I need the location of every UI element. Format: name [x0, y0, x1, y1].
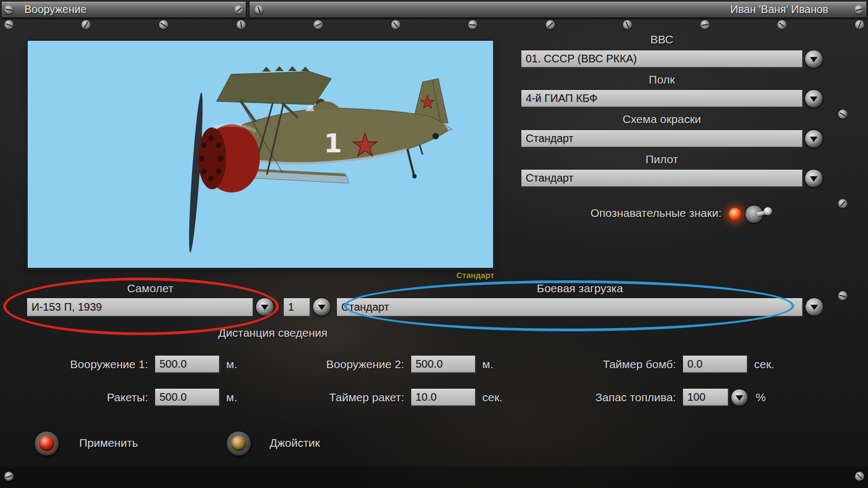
chevron-down-icon — [810, 176, 818, 182]
rockets-input[interactable] — [155, 388, 220, 406]
loadout-dropdown-button[interactable] — [805, 298, 824, 316]
screw-icon — [777, 20, 787, 29]
bomb-timer-unit: сек. — [754, 358, 774, 371]
regiment-select[interactable]: 4-й ГИАП КБФ — [521, 89, 803, 107]
weapon1-label: Вооружение 1: — [31, 358, 148, 371]
pilot-skin-select[interactable]: Стандарт — [521, 169, 803, 187]
screw-icon — [234, 5, 244, 14]
paint-scheme-select[interactable]: Стандарт — [521, 130, 803, 147]
weapon1-unit: м. — [226, 358, 237, 371]
regiment-label: Полк — [521, 73, 803, 86]
joystick-button[interactable] — [226, 431, 251, 456]
weapon1-input[interactable] — [155, 355, 220, 373]
chevron-down-icon — [736, 395, 743, 401]
tab-armament: Вооружение — [1, 1, 246, 18]
fuel-dropdown-button[interactable] — [731, 389, 748, 406]
screw-icon — [159, 20, 168, 29]
chevron-down-icon — [810, 137, 818, 142]
fuel-input[interactable] — [682, 388, 729, 406]
apply-button-label[interactable]: Применить — [79, 436, 138, 450]
panel-top-seam — [0, 19, 868, 20]
screw-icon — [546, 20, 555, 29]
indicator-lamp-icon — [729, 208, 742, 221]
rocket-timer-unit: сек. — [482, 391, 502, 404]
screw-icon — [468, 20, 477, 29]
screw-icon — [314, 20, 323, 29]
screw-icon — [838, 110, 847, 119]
screw-icon — [237, 20, 246, 29]
screw-icon — [838, 199, 847, 208]
chevron-down-icon — [261, 305, 269, 310]
chevron-down-icon — [810, 97, 818, 102]
screw-icon — [855, 20, 864, 29]
pilot-name: Иван 'Ваня' Иванов — [730, 3, 828, 16]
pilot-skin-label: Пилот — [521, 153, 803, 166]
paint-scheme-dropdown-button[interactable] — [805, 130, 823, 148]
bomb-timer-label: Таймер бомб: — [552, 358, 676, 371]
screw-icon — [81, 20, 91, 29]
screw-icon — [855, 472, 864, 481]
chevron-down-icon — [810, 305, 818, 310]
rockets-unit: м. — [226, 391, 237, 404]
paint-scheme-label: Схема окраски — [521, 113, 803, 126]
loadout-label: Боевая загрузка — [336, 282, 824, 295]
screw-icon — [4, 5, 14, 14]
pilot-skin-dropdown-button[interactable] — [805, 169, 823, 188]
weapon2-unit: м. — [482, 358, 493, 371]
skin-caption: Стандарт — [331, 271, 494, 280]
joystick-button-label[interactable]: Джойстик — [270, 436, 320, 450]
screw-icon — [838, 291, 847, 300]
apply-button[interactable] — [34, 431, 59, 456]
side-number: 1 — [324, 128, 342, 158]
aircraft-preview: 1 — [27, 40, 494, 269]
markings-toggle[interactable] — [727, 202, 774, 227]
tab-armament-label: Вооружение — [24, 3, 87, 16]
chevron-down-icon — [810, 57, 818, 62]
rockets-label: Ракеты: — [31, 391, 148, 404]
engine-cowling — [198, 124, 260, 192]
toggle-knob — [764, 207, 772, 215]
chevron-down-icon — [318, 305, 326, 310]
aircraft-select[interactable]: И-153 П, 1939 — [27, 298, 253, 317]
aircraft-image: 1 — [28, 41, 493, 268]
aircraft-count-dropdown-button[interactable] — [312, 298, 331, 316]
rocket-timer-input[interactable] — [411, 388, 476, 406]
aircraft-count-select[interactable]: 1 — [283, 298, 310, 317]
screw-icon — [254, 5, 264, 14]
screw-icon — [4, 20, 14, 29]
amber-button-icon — [231, 436, 246, 451]
convergence-heading: Дистанция сведения — [136, 326, 410, 339]
bomb-timer-input[interactable] — [682, 355, 748, 373]
rocket-timer-label: Таймер ракет: — [288, 391, 404, 404]
vvs-dropdown-button[interactable] — [805, 50, 823, 68]
red-button-icon — [39, 436, 54, 451]
fuel-unit: % — [756, 391, 766, 404]
screw-icon — [854, 5, 864, 14]
weapon2-label: Вооружение 2: — [288, 358, 404, 371]
aircraft-label: Самолет — [27, 282, 274, 295]
screw-icon — [700, 20, 710, 29]
vvs-select[interactable]: 01. СССР (ВВС РККА) — [521, 50, 803, 68]
bottom-strip — [0, 467, 868, 488]
loadout-select[interactable]: Стандарт — [336, 298, 803, 317]
pilot-name-bar: Иван 'Ваня' Иванов — [249, 1, 867, 18]
upper-wing — [216, 72, 331, 105]
armament-screen: Вооружение Иван 'Ваня' Иванов — [0, 0, 868, 488]
screw-icon — [391, 20, 400, 29]
screw-icon — [623, 20, 632, 29]
markings-label: Опознавательные знаки: — [450, 207, 722, 220]
aircraft-dropdown-button[interactable] — [256, 298, 274, 316]
fuel-label: Запас топлива: — [552, 391, 676, 404]
screw-icon — [4, 472, 14, 481]
weapon2-input[interactable] — [411, 355, 476, 373]
vvs-label: ВВС — [521, 33, 803, 46]
regiment-dropdown-button[interactable] — [805, 89, 823, 108]
